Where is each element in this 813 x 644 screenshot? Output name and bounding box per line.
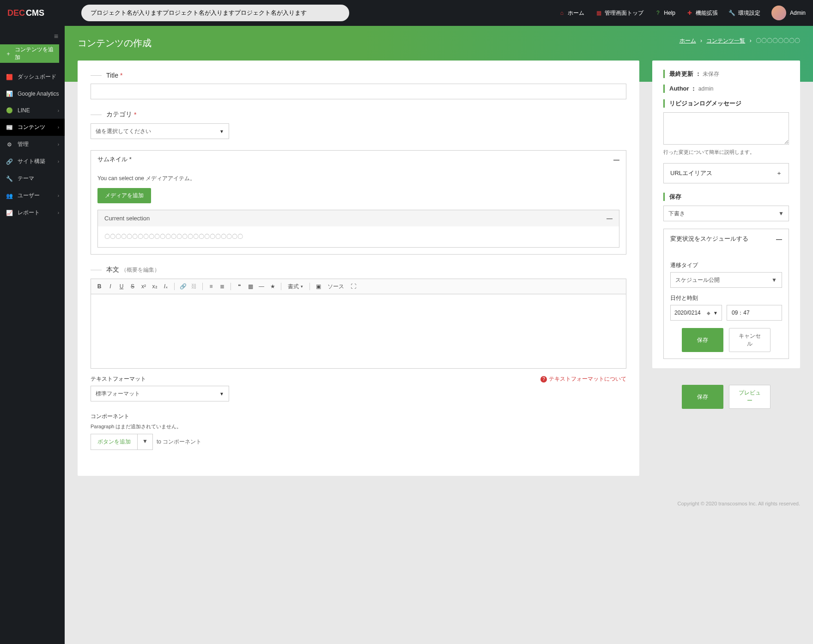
chevron-right-icon: › [58,142,59,147]
sidebar-item-label: サイト構築 [18,158,45,165]
user-menu[interactable]: Admin [771,6,806,20]
sidebar-item-4[interactable]: ⚙管理› [0,136,65,153]
required-mark: * [134,111,136,118]
sidebar-icon: 📈 [6,209,13,217]
home-icon: ⌂ [558,10,565,16]
add-media-button[interactable]: メディアを追加 [97,188,151,203]
quote-icon[interactable]: ❝ [235,282,244,291]
preview-button[interactable]: プレビュー [729,385,771,409]
help-icon: ? [655,10,661,16]
collapse-icon[interactable]: — [613,156,619,163]
hamburger-icon[interactable]: ≡ [0,29,65,44]
clear-format-icon[interactable]: Iₓ [161,282,170,291]
text-format-label: テキストフォーマット [91,375,146,383]
category-select[interactable]: 値を選択してください ▼ [91,123,229,139]
link-icon[interactable]: 🔗 [178,282,188,291]
caret-down-icon[interactable]: ▼ [713,310,718,316]
subscript-icon[interactable]: x₂ [150,282,159,291]
stepper-icon[interactable]: ◆ [707,310,710,316]
crumb-list[interactable]: コンテンツ一覧 [706,37,745,44]
title-input[interactable] [91,84,626,99]
wrench-icon: 🔧 [729,10,735,16]
text-format-help-link[interactable]: ? テキストフォーマットについて [540,375,626,383]
table-icon[interactable]: ▦ [246,282,255,291]
caret-down-icon[interactable]: ▼ [137,434,152,450]
thumbnail-label: サムネイル [97,156,127,163]
field-category: カテゴリ * 値を選択してください ▼ [91,110,626,139]
thumbnail-desc: You can select one メディアアイテム。 [97,175,619,182]
superscript-icon[interactable]: x² [139,282,148,291]
last-updated-value: 未保存 [703,71,719,77]
rte-body[interactable] [91,294,626,368]
strike-icon[interactable]: S [128,282,137,291]
revlog-hint: 行った変更について簡単に説明します。 [663,149,789,156]
question-icon: ? [540,376,547,383]
caret-down-icon: ▼ [219,391,224,396]
page-title: コンテンツの作成 [78,37,152,49]
italic-icon[interactable]: I [106,282,115,291]
main: コンテンツの作成 ホーム › コンテンツ一覧 › 〇〇〇〇〇〇〇〇 Title … [65,26,813,644]
schedule-cancel-button[interactable]: キャンセル [729,328,771,352]
logo[interactable]: DECCMS [7,8,44,18]
crumb-current: 〇〇〇〇〇〇〇〇 [756,37,800,44]
schedule-save-button[interactable]: 保存 [682,328,723,352]
add-component-button[interactable]: ボタンを追加 ▼ [91,434,153,450]
bold-icon[interactable]: B [95,282,104,291]
add-content-button[interactable]: ＋ コンテンツを追加 [0,44,59,63]
text-format-select[interactable]: 標準フォーマット ▼ [91,386,229,401]
date-input[interactable]: 2020/0214 ◆ ▼ [670,305,722,321]
sidebar-item-1[interactable]: 📊Google Analytics [0,85,65,102]
save-status-select[interactable]: 下書き ▼ [663,206,789,221]
transition-select[interactable]: スケジュール公開 ▼ [670,272,782,288]
footer-copyright: Copyright © 2020 transcosmos Inc. All ri… [65,494,813,513]
source-icon[interactable]: ▣ [314,282,323,291]
numbered-list-icon[interactable]: ≣ [218,282,227,291]
rich-text-editor: B I U S x² x₂ Iₓ 🔗 ⛓ [91,279,626,369]
sidebar-item-7[interactable]: 👥ユーザー› [0,187,65,204]
caret-down-icon: ▼ [219,129,224,134]
project-name-input[interactable] [81,5,349,21]
url-alias-label: URLエイリアス [670,169,712,177]
schedule-panel: 変更状況をスケジュールする — 遷移タイプ スケジュール公開 ▼ 日付と時刻 [663,229,789,359]
format-select[interactable]: 書式 ▾ [285,283,306,291]
time-input[interactable]: 09：47 [727,305,782,321]
caret-down-icon: ▼ [771,277,777,283]
sidebar-item-5[interactable]: 🔗サイト構築› [0,153,65,170]
save-button[interactable]: 保存 [682,385,723,409]
save-status-value: 下書き [668,210,685,218]
right-column: 最終更新 ： 未保存 Author ： admin リビジョンログメッセージ 行… [652,61,800,409]
last-updated-label: 最終更新 ： [669,70,701,77]
time-value: 09：47 [732,309,750,317]
revlog-textarea[interactable] [663,112,789,145]
sidebar-item-8[interactable]: 📈レポート› [0,204,65,221]
sidebar-item-3[interactable]: 📰コンテンツ› [0,119,65,136]
source-label[interactable]: ソース [325,283,347,291]
nav-help[interactable]: ?Help [655,10,675,16]
bullet-list-icon[interactable]: ≡ [206,282,216,291]
hr-icon[interactable]: — [257,282,266,291]
sidebar-item-2[interactable]: 🟢LINE› [0,102,65,119]
star-icon[interactable]: ★ [268,282,277,291]
nav-admin-top[interactable]: ▦管理画面トップ [595,9,643,17]
underline-icon[interactable]: U [117,282,126,291]
field-thumbnail: サムネイル * — You can select one メディアアイテム。 メ… [91,150,626,255]
url-alias-row[interactable]: URLエイリアス ＋ [663,163,789,183]
nav-settings-label: 環境設定 [738,9,760,17]
sidebar-item-0[interactable]: 🟥ダッシュボード [0,68,65,85]
sidebar-item-6[interactable]: 🔧テーマ [0,170,65,187]
unlink-icon[interactable]: ⛓ [189,282,199,291]
nav-home[interactable]: ⌂ホーム [558,9,584,17]
nav-settings[interactable]: 🔧環境設定 [729,9,760,17]
chevron-right-icon: › [700,37,702,44]
component-note: Paragraph はまだ追加されていません。 [91,423,626,430]
fullscreen-icon[interactable]: ⛶ [349,282,358,291]
author-value: admin [698,85,714,92]
crumb-home[interactable]: ホーム [680,37,696,44]
logo-dec: DEC [7,8,25,18]
chevron-right-icon: › [58,159,59,164]
chevron-right-icon: › [58,108,59,113]
collapse-icon[interactable]: — [776,236,782,243]
nav-extend[interactable]: ✚機能拡張 [686,9,718,17]
collapse-icon[interactable]: — [607,215,613,222]
sidebar-icon: 🟢 [6,107,13,114]
